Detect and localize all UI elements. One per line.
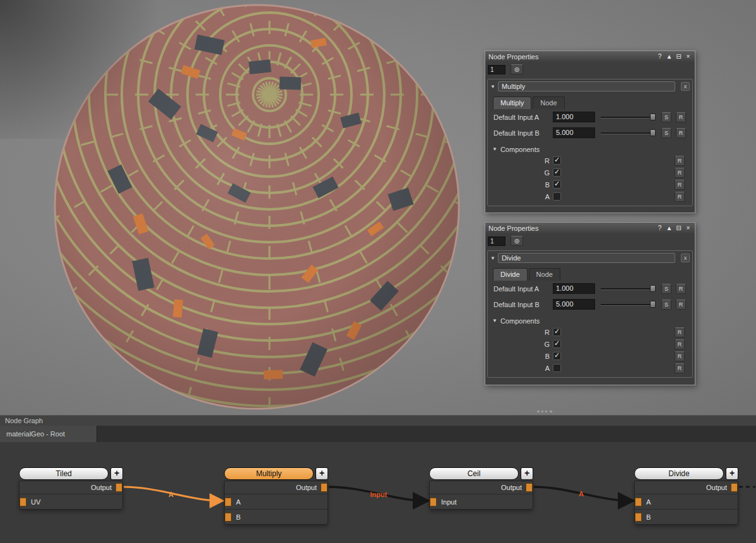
pin-panel-button[interactable]: ⊛ [511,64,523,74]
restore-icon[interactable]: ⊟ [675,53,682,60]
node-divide-title[interactable]: Divide [634,467,724,480]
shade-icon[interactable]: ▲ [666,225,673,231]
reset-button[interactable]: R [675,192,685,202]
slider-handle[interactable] [650,285,656,292]
component-label: R [489,157,550,165]
section-tabs: Multiply Node [493,96,691,109]
output-label: Output [91,484,112,491]
s-button[interactable]: S [661,300,671,310]
component-label: B [489,181,550,189]
panel-titlebar[interactable]: Node Properties ? ▲ ⊟ × [485,51,695,62]
default-input-b-row: Default Input B 5.000 S R [489,296,691,312]
input-label: B [646,513,651,521]
tab-multiply[interactable]: Multiply [493,96,531,109]
component-checkbox[interactable] [553,168,561,177]
reset-button[interactable]: R [676,128,686,138]
input-port-a[interactable] [635,498,642,506]
input-port-input[interactable] [430,498,437,506]
reset-button[interactable]: R [676,284,686,294]
node-ceil-title[interactable]: Ceil [429,467,519,480]
reset-button[interactable]: R [676,300,686,310]
node-ceil[interactable]: Ceil + Output Input [429,467,533,510]
s-button[interactable]: S [661,284,671,294]
value-slider[interactable] [599,112,657,122]
input-label: Input [441,498,456,506]
value-slider[interactable] [599,299,657,310]
reset-button[interactable]: R [675,156,685,166]
input-port-b[interactable] [635,513,642,522]
component-checkbox[interactable] [553,364,561,372]
reset-button[interactable]: R [675,339,685,349]
value-input[interactable]: 1.000 [553,283,595,294]
output-port[interactable] [526,483,533,492]
value-input[interactable]: 5.000 [553,127,595,138]
panel-splitter-handle[interactable] [537,411,552,414]
node-index-input[interactable] [488,236,505,246]
add-node-button[interactable]: + [110,467,123,480]
close-icon[interactable]: × [685,53,692,60]
input-port-uv[interactable] [20,498,27,506]
tab-divide[interactable]: Divide [493,268,528,281]
slider-handle[interactable] [650,114,656,120]
input-port-b[interactable] [225,513,232,522]
pin-panel-button[interactable]: ⊛ [511,236,523,246]
s-button[interactable]: S [661,128,671,138]
value-input[interactable]: 5.000 [553,299,595,310]
section-header[interactable]: ▼ Multiply x [489,81,691,92]
help-icon[interactable]: ? [656,53,663,60]
slider-handle[interactable] [650,301,656,308]
add-node-button[interactable]: + [521,467,533,480]
panel-title: Node Properties [488,53,539,61]
section-header[interactable]: ▼ Divide x [489,252,691,264]
s-button[interactable]: S [661,112,671,122]
value-input[interactable]: 1.000 [553,112,595,122]
component-checkbox[interactable] [553,352,561,360]
section-close-button[interactable]: x [681,82,690,91]
output-port[interactable] [731,483,738,492]
restore-icon[interactable]: ⊟ [675,225,682,231]
node-index-input[interactable] [488,65,505,74]
component-checkbox[interactable] [553,180,561,189]
reset-button[interactable]: R [675,351,685,361]
components-header[interactable]: ▼ Components [489,144,691,155]
tab-node[interactable]: Node [529,268,560,281]
reset-button[interactable]: R [675,168,685,178]
reset-button[interactable]: R [675,180,685,190]
node-body: Output A B [634,481,738,525]
node-tiled-title[interactable]: Tiled [19,467,109,480]
component-checkbox[interactable] [553,328,561,336]
node-multiply[interactable]: Multiply + Output A B [224,467,328,525]
node-tiled[interactable]: Tiled + Output UV [19,467,123,510]
node-graph-tabbar: materialGeo - Root [0,426,756,442]
tab-materialgeo-root[interactable]: materialGeo - Root [0,426,97,442]
output-port[interactable] [321,483,328,492]
output-port[interactable] [115,483,122,492]
component-checkbox[interactable] [553,340,561,348]
close-icon[interactable]: × [685,225,692,231]
input-port-a[interactable] [225,498,232,506]
section-title: Multiply [498,81,675,91]
value-slider[interactable] [599,283,657,294]
add-node-button[interactable]: + [316,467,328,480]
component-row-a: A R [489,362,691,374]
default-input-a-row: Default Input A 1.000 S R [489,281,691,296]
tab-node[interactable]: Node [533,96,564,109]
reset-button[interactable]: R [676,112,686,122]
node-graph-canvas[interactable]: A Input A Tiled + Output UV Multiply + O… [0,442,756,543]
node-multiply-title[interactable]: Multiply [224,467,314,480]
component-checkbox[interactable] [553,156,561,165]
slider-handle[interactable] [650,129,656,136]
section-close-button[interactable]: x [681,254,690,262]
value-slider[interactable] [599,127,657,138]
panel-titlebar[interactable]: Node Properties ? ▲ ⊟ × [485,223,695,233]
node-divide[interactable]: Divide + Output A B [634,467,738,525]
components-header[interactable]: ▼ Components [489,315,691,326]
node-graph-title[interactable]: Node Graph [0,415,756,426]
connection-label: A [168,491,174,498]
shade-icon[interactable]: ▲ [666,53,673,60]
help-icon[interactable]: ? [656,225,663,231]
component-checkbox[interactable] [553,192,561,201]
reset-button[interactable]: R [675,363,685,373]
add-node-button[interactable]: + [726,467,738,480]
reset-button[interactable]: R [675,327,685,337]
